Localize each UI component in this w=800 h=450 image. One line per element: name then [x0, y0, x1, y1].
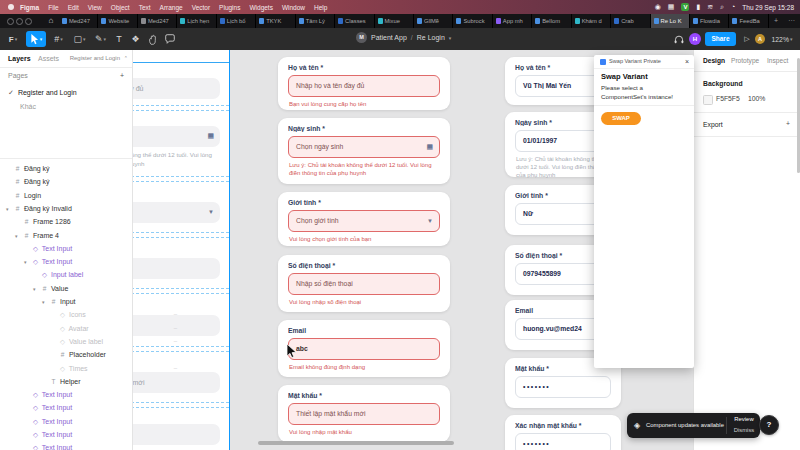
layer-row-frame-4[interactable]: ▾# Frame 4 [0, 229, 147, 242]
layer-row-icons[interactable]: ◇ Icons– [0, 308, 183, 321]
layer-row-avatar[interactable]: ◇ Avatar– [0, 322, 183, 335]
file-tab[interactable]: Crab [611, 14, 650, 28]
layer-row-text-input[interactable]: ◇ Text Input [0, 401, 156, 414]
layer-row-text-input[interactable]: ◇ Text Input [0, 388, 156, 401]
add-export-button[interactable]: + [786, 120, 790, 127]
frame-tool-button[interactable]: #▾ [49, 31, 68, 47]
layer-row-text-input[interactable]: ◇ Text Input [0, 428, 156, 441]
file-tab[interactable]: Tâm Lý [296, 14, 335, 28]
field-input[interactable]: ••••••• [515, 433, 611, 450]
expand-caret-icon[interactable]: ▾ [6, 203, 13, 215]
text-tool-button[interactable]: T [112, 31, 126, 47]
file-tab[interactable]: Website [98, 14, 137, 28]
window-controls[interactable] [0, 14, 43, 28]
background-opacity[interactable]: 100% [748, 95, 765, 102]
file-tab[interactable]: GllMề [414, 14, 453, 28]
menu-item-figma[interactable]: Figma [20, 4, 39, 11]
battery-icon[interactable]: ▮ [696, 0, 700, 14]
vpn-status-badge[interactable]: V [681, 3, 689, 11]
add-page-button[interactable]: + [120, 69, 124, 82]
tab-overflow-button[interactable]: ⋯ [783, 14, 800, 28]
keyboard-icon[interactable]: ▦ [668, 0, 675, 14]
file-tab[interactable]: Classes [335, 14, 374, 28]
guest-avatar[interactable]: A [755, 34, 765, 44]
page-item[interactable]: ✓Register and Login [0, 86, 132, 99]
shape-tool-button[interactable]: ▢▾ [70, 31, 89, 47]
layer-row-input-label[interactable]: ◇ Input label [0, 268, 165, 281]
menu-item-object[interactable]: Object [111, 4, 130, 11]
file-tab[interactable]: Med247 [59, 14, 98, 28]
calendar-icon[interactable]: ▦ [207, 126, 214, 146]
calendar-icon[interactable]: ▦ [426, 137, 433, 157]
review-button[interactable]: Review [730, 416, 758, 422]
layer-row--ng-k-[interactable]: # Đăng ký [0, 175, 138, 188]
file-tab[interactable]: Lịch bổ [217, 14, 256, 28]
swap-button[interactable]: SWAP [601, 112, 641, 125]
hidden-layer-icon[interactable]: – [174, 308, 177, 321]
file-tab[interactable]: Subrock [453, 14, 492, 28]
field-input[interactable]: Thiết lập mật khẩu mới [288, 403, 440, 425]
layer-row-placeholder[interactable]: # Placeholder [0, 348, 183, 361]
layer-row-frame-1286[interactable]: # Frame 1286 [0, 215, 147, 228]
file-tab[interactable]: Med247 [138, 14, 177, 28]
panel-scrollbar[interactable] [797, 58, 800, 173]
audio-call-button[interactable] [672, 31, 686, 47]
layer-row-login[interactable]: # Login [0, 189, 138, 202]
file-tab[interactable]: Flowdia [690, 14, 729, 28]
background-color-value[interactable]: F5F5F5 [716, 95, 740, 102]
menu-item-window[interactable]: Window [282, 4, 305, 11]
menu-item-plugins[interactable]: Plugins [219, 4, 240, 11]
file-tab[interactable]: App mh [493, 14, 532, 28]
form-input-default[interactable]: Chọn ngày sinh▦ [132, 126, 220, 147]
menu-item-widgets[interactable]: Widgets [249, 4, 272, 11]
hidden-layer-icon[interactable]: – [174, 362, 177, 375]
collaborator-avatar[interactable]: H [689, 33, 701, 45]
layer-row-helper[interactable]: T Helper [0, 375, 174, 388]
plugin-window-header[interactable]: Swap Variant Private × [594, 55, 694, 69]
menu-item-arrange[interactable]: Arrange [160, 4, 183, 11]
control-center-icon[interactable]: ◔ [731, 0, 735, 14]
menu-item-file[interactable]: File [48, 4, 58, 11]
chevron-down-icon[interactable]: ▼ [208, 202, 214, 222]
menu-item-edit[interactable]: Edit [68, 4, 79, 11]
tab-inspect[interactable]: Inspect [767, 57, 788, 64]
record-icon[interactable]: ◉ [655, 0, 661, 14]
file-tab[interactable]: Mixue [375, 14, 414, 28]
layer-row-value[interactable]: ▾# Value [0, 282, 165, 295]
page-item[interactable]: Khác [0, 100, 132, 113]
background-color-swatch[interactable] [703, 95, 713, 105]
move-tool-button[interactable]: ▾ [26, 31, 46, 47]
field-input[interactable]: Nhập số điện thoại [288, 273, 440, 295]
breadcrumb-project[interactable]: Patient App [371, 34, 407, 41]
file-tab[interactable]: FeedBa [729, 14, 768, 28]
page-dropdown[interactable]: Register and Login [70, 55, 120, 61]
chevron-up-icon[interactable]: ⌃ [124, 55, 128, 61]
layer-row-text-input[interactable]: ◇ Text Input [0, 242, 156, 255]
layer-row-times[interactable]: ◇ Times– [0, 362, 183, 375]
present-button[interactable]: ▷ [741, 31, 753, 47]
layer-row--ng-k-invalid[interactable]: ▾# Đăng ký Invalid [0, 202, 138, 215]
tab-layers[interactable]: Layers [8, 55, 31, 62]
tab-design[interactable]: Design [703, 57, 725, 64]
canvas-horizontal-scrollbar[interactable] [258, 441, 454, 445]
expand-caret-icon[interactable]: ▾ [33, 283, 40, 295]
main-menu-button[interactable]: F▾ [3, 31, 23, 47]
layer-row-text-input[interactable]: ▾◇ Text Input [0, 255, 156, 268]
menu-item-vector[interactable]: Vector [192, 4, 210, 11]
layer-row-text-input[interactable]: ◇ Text Input [0, 415, 156, 428]
field-input[interactable]: abc [288, 338, 440, 360]
wifi-icon[interactable]: ≋ [707, 0, 713, 14]
hand-tool-button[interactable] [145, 31, 160, 47]
dismiss-button[interactable]: Dismiss [730, 427, 758, 433]
expand-caret-icon[interactable]: ▾ [42, 296, 49, 308]
menu-item-text[interactable]: Text [139, 4, 151, 11]
file-tab[interactable]: Bellom [532, 14, 571, 28]
chevron-down-icon[interactable]: ▾ [449, 35, 452, 41]
share-button[interactable]: Share [705, 32, 736, 46]
menu-item-help[interactable]: Help [314, 4, 327, 11]
new-tab-button[interactable]: + [769, 14, 783, 28]
chevron-down-icon[interactable]: ▼ [427, 211, 433, 231]
layer-row-value-label[interactable]: ◇ Value label– [0, 335, 183, 348]
expand-caret-icon[interactable]: ▾ [15, 230, 22, 242]
pen-tool-button[interactable]: ✎▾ [91, 31, 110, 47]
